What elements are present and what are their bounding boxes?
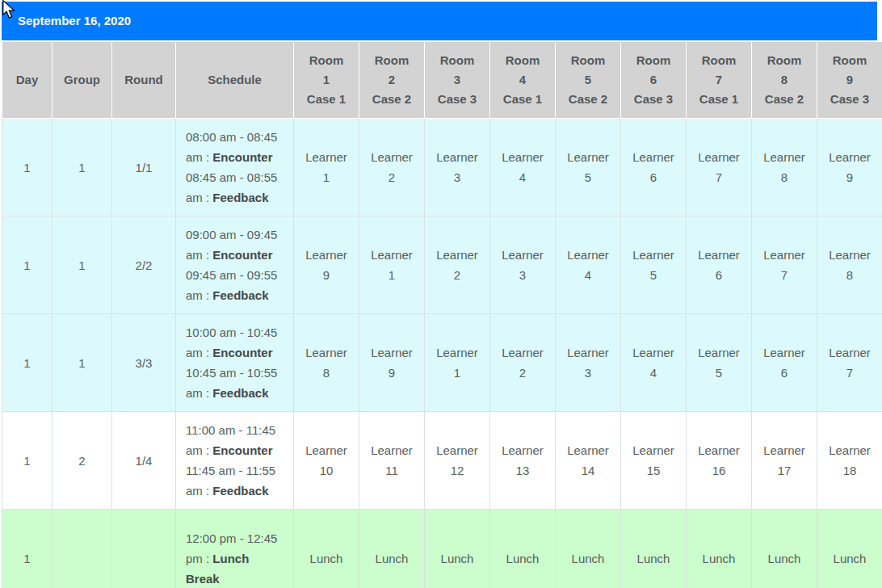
learner-cell: Learner 13 [490, 412, 556, 510]
learner-cell: Learner 4 [490, 119, 556, 216]
group-cell: 1 [52, 119, 112, 216]
schedule-line: 09:45 am - 09:55 [186, 265, 284, 285]
schedule-row: 113/310:00 am - 10:45am : Encounter10:45… [2, 314, 882, 412]
column-header-room-4: Room4Case 1 [490, 42, 556, 119]
learner-cell: Learner 11 [359, 412, 425, 510]
room-header-number: 1 [294, 70, 359, 90]
round-cell: 2/2 [112, 216, 176, 314]
column-header-round: Round [112, 42, 176, 119]
column-header-room-9: Room9Case 3 [817, 42, 882, 119]
lunch-cell: Lunch [359, 510, 425, 588]
learner-cell: Learner 5 [556, 119, 621, 216]
schedule-time-text: 11:45 am - 11:55 [186, 464, 275, 477]
room-header-case_label: Case 3 [817, 90, 882, 109]
room-header-number: 4 [490, 70, 555, 90]
schedule-time-text: am : [186, 484, 212, 498]
schedule-cell: 08:00 am - 08:45am : Encounter08:45 am -… [176, 119, 294, 216]
learner-cell: Learner 7 [687, 119, 752, 216]
schedule-time-text: 11:00 am - 11:45 [186, 423, 275, 437]
learner-cell: Learner 16 [687, 412, 752, 510]
room-header-case_label: Case 2 [752, 90, 817, 109]
schedule-line: 10:00 am - 10:45 [186, 322, 284, 342]
room-header-number: 9 [817, 70, 882, 90]
schedule-line: 10:45 am - 10:55 [186, 363, 284, 383]
schedule-cell: 09:00 am - 09:45am : Encounter09:45 am -… [176, 216, 294, 314]
day-cell: 1 [2, 119, 52, 216]
lunch-cell: Lunch [621, 510, 687, 588]
learner-cell: Learner 8 [817, 216, 882, 314]
room-header-room: Room [817, 51, 882, 70]
group-cell [52, 510, 112, 588]
schedule-line: am : Encounter [186, 440, 284, 460]
room-header-case_label: Case 1 [490, 90, 555, 109]
column-header-room-7: Room7Case 1 [687, 42, 752, 119]
room-header-room: Room [359, 51, 424, 70]
schedule-activity-label: Encounter [212, 443, 272, 457]
schedule-cell: 12:00 pm - 12:45pm : LunchBreak [176, 510, 294, 588]
day-cell: 1 [2, 510, 52, 588]
group-cell: 1 [52, 314, 112, 412]
round-cell: 1/1 [112, 119, 176, 216]
room-header-case_label: Case 2 [556, 90, 620, 109]
schedule-line: am : Feedback [186, 285, 284, 305]
schedule-line: am : Encounter [186, 342, 284, 363]
column-header-room-3: Room3Case 3 [425, 42, 490, 119]
schedule-cell: 11:00 am - 11:45am : Encounter11:45 am -… [176, 412, 294, 510]
round-cell: 3/3 [112, 314, 176, 412]
learner-cell: Learner 10 [294, 412, 359, 510]
page-title: September 16, 2020 [18, 14, 131, 27]
schedule-line: am : Encounter [186, 147, 284, 167]
schedule-activity-label: Encounter [212, 346, 272, 359]
column-header-room-5: Room5Case 2 [556, 42, 621, 119]
column-header-room-2: Room2Case 2 [359, 42, 425, 119]
schedule-row: 111/108:00 am - 08:45am : Encounter08:45… [2, 119, 882, 216]
learner-cell: Learner 4 [621, 314, 687, 412]
column-header-room-1: Room1Case 1 [294, 42, 359, 119]
learner-cell: Learner 9 [359, 314, 425, 412]
schedule-activity-label: Feedback [212, 191, 268, 204]
lunch-cell: Lunch [687, 510, 752, 588]
room-header-case_label: Case 3 [621, 90, 686, 109]
learner-cell: Learner 9 [817, 119, 882, 216]
schedule-cell: 10:00 am - 10:45am : Encounter10:45 am -… [176, 314, 294, 412]
schedule-activity-label: Break [186, 572, 220, 586]
learner-cell: Learner 17 [752, 412, 817, 510]
learner-cell: Learner 12 [425, 412, 490, 510]
schedule-line: pm : Lunch [186, 548, 284, 569]
learner-cell: Learner 2 [490, 314, 556, 412]
schedule-line: am : Feedback [186, 383, 284, 403]
lunch-cell: Lunch [556, 510, 621, 588]
schedule-activity-label: Encounter [212, 248, 272, 262]
learner-cell: Learner 7 [817, 314, 882, 412]
room-header-case_label: Case 1 [687, 90, 751, 109]
group-cell: 1 [52, 216, 112, 314]
column-header-schedule: Schedule [176, 42, 294, 119]
schedule-row: 112/209:00 am - 09:45am : Encounter09:45… [2, 216, 882, 314]
schedule-line: 11:00 am - 11:45 [186, 420, 284, 440]
learner-cell: Learner 5 [687, 314, 752, 412]
room-header-room: Room [752, 51, 817, 70]
schedule-line: 08:45 am - 08:55 [186, 167, 284, 187]
learner-cell: Learner 14 [556, 412, 621, 510]
schedule-row: 121/411:00 am - 11:45am : Encounter11:45… [2, 412, 882, 510]
schedule-line: 12:00 pm - 12:45 [186, 528, 284, 548]
schedule-time-text: am : [186, 150, 212, 164]
schedule-activity-label: Encounter [212, 150, 272, 164]
schedule-time-text: 09:00 am - 09:45 [186, 228, 277, 242]
schedule-line: am : Feedback [186, 187, 284, 208]
schedule-line: Break [186, 569, 284, 588]
lunch-cell: Lunch [294, 510, 359, 588]
schedule-time-text: am : [186, 346, 212, 359]
schedule-activity-label: Feedback [212, 484, 268, 498]
schedule-time-text: am : [186, 443, 212, 457]
learner-cell: Learner 7 [752, 216, 817, 314]
room-header-number: 8 [752, 70, 817, 90]
schedule-time-text: 09:45 am - 09:55 [186, 268, 277, 282]
schedule-activity-label: Feedback [212, 386, 268, 400]
room-header-room: Room [425, 51, 489, 70]
room-header-room: Room [687, 51, 751, 70]
learner-cell: Learner 3 [490, 216, 556, 314]
room-header-case_label: Case 1 [294, 90, 359, 109]
header-row: DayGroupRoundScheduleRoom1Case 1Room2Cas… [2, 42, 882, 119]
column-header-room-8: Room8Case 2 [752, 42, 817, 119]
